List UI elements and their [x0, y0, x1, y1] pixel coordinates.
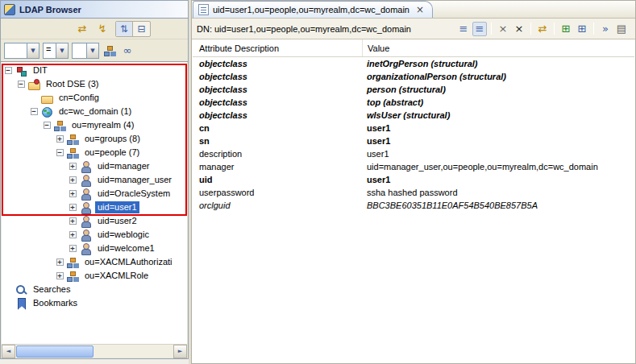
attribute-value: uid=manager_user,ou=people,ou=myrealm,dc…: [362, 162, 634, 172]
attribute-name: objectclass: [193, 110, 362, 120]
expand-icon[interactable]: +: [53, 259, 66, 266]
editor-tab[interactable]: uid=user1,ou=people,ou=myrealm,dc=wc_dom…: [193, 1, 433, 18]
show-searches-button[interactable]: ∞: [120, 43, 135, 58]
attribute-value: organizationalPerson (structural): [362, 72, 634, 81]
chevron-down-icon[interactable]: ▼: [27, 43, 39, 58]
tree-node-dit[interactable]: −DIT: [2, 64, 187, 77]
toolbar-button-group: ⇅ ⊟: [115, 21, 151, 37]
expand-icon[interactable]: +: [66, 190, 79, 197]
attribute-row[interactable]: cnuser1: [193, 122, 634, 134]
tree-node-cn-config[interactable]: cn=Config: [2, 91, 187, 105]
collapse-icon[interactable]: −: [53, 149, 66, 156]
expand-icon[interactable]: +: [66, 217, 79, 225]
tree-node-uid-user2[interactable]: +uid=user2: [2, 214, 187, 228]
tree-node-ou-xacmlrole[interactable]: +ou=XACMLRole: [2, 269, 187, 283]
tree-node-bookmarks[interactable]: Bookmarks: [2, 296, 187, 310]
delete-all-values-icon[interactable]: ×: [512, 22, 526, 36]
expand-icon[interactable]: +: [66, 163, 79, 170]
show-operational-attributes-icon[interactable]: ≡: [472, 22, 487, 36]
attribute-row[interactable]: userpasswordssha hashed password: [193, 186, 634, 199]
view-tab-ldap-browser[interactable]: LDAP Browser: [1, 1, 89, 18]
tree-node-uid-welcome1[interactable]: +uid=welcome1: [2, 242, 187, 255]
attribute-row[interactable]: uiduser1: [193, 173, 634, 186]
tree-node-ou-people-7[interactable]: −ou=people (7): [2, 146, 187, 159]
attribute-value: user1: [362, 149, 634, 159]
ldap-browser-window: LDAP Browser ⇄ ↯ ⇅ ⊟ ▼ = ▼ ▼: [0, 0, 636, 364]
scroll-right-button[interactable]: ►: [173, 345, 187, 358]
attribute-row[interactable]: snuser1: [193, 134, 634, 147]
table-body: objectclassinetOrgPerson (structural)obj…: [193, 57, 634, 212]
bookmark-icon: [15, 297, 27, 310]
tree-node-searches[interactable]: Searches: [2, 283, 187, 296]
link-with-editor-button[interactable]: ⇅: [116, 22, 133, 36]
view-menu-icon[interactable]: ▤: [614, 22, 629, 36]
tree-node-ou-groups-8[interactable]: +ou=groups (8): [2, 132, 187, 146]
toolbar-separator: [554, 23, 555, 35]
expand-icon[interactable]: +: [66, 176, 79, 184]
tree-node-uid-manager[interactable]: +uid=manager: [2, 159, 187, 173]
quick-filter-icon[interactable]: ≡: [456, 22, 471, 36]
new-value-icon[interactable]: ⊞: [559, 22, 573, 36]
refresh-attributes-icon[interactable]: ⇄: [535, 22, 550, 36]
ldap-browser-icon: [4, 4, 15, 15]
expand-icon[interactable]: +: [66, 204, 79, 211]
expand-editor-icon[interactable]: »: [598, 22, 613, 36]
refresh-icon[interactable]: ⇄: [75, 22, 89, 36]
close-icon[interactable]: ×: [414, 4, 424, 15]
tree-node-uid-user1[interactable]: +uid=user1: [2, 201, 187, 214]
tree-node-dc-wc-domain-1[interactable]: −dc=wc_domain (1): [2, 105, 187, 118]
collapse-all-button[interactable]: ⊟: [133, 22, 150, 36]
expand-icon[interactable]: +: [66, 231, 79, 238]
collapse-icon[interactable]: −: [40, 122, 53, 129]
expand-icon[interactable]: +: [53, 135, 66, 143]
attribute-row[interactable]: objectclassorganizationalPerson (structu…: [193, 70, 634, 83]
tree-indent: [2, 146, 53, 159]
orgunit-icon: [66, 133, 79, 146]
search-value-value: [73, 43, 86, 58]
search-attribute-combo[interactable]: ▼: [4, 43, 39, 59]
new-attribute-icon[interactable]: ⊞: [575, 22, 589, 36]
attribute-row[interactable]: objectclasswlsUser (structural): [193, 109, 634, 122]
chevron-down-icon[interactable]: ▼: [86, 43, 98, 58]
tree-node-root-dse-3[interactable]: −Root DSE (3): [2, 77, 187, 91]
scroll-thumb[interactable]: [16, 345, 94, 358]
view-tabbar: LDAP Browser: [1, 1, 188, 19]
attribute-row[interactable]: objectclasstop (abstract): [193, 96, 634, 109]
tree-indent: [2, 118, 40, 132]
search-operator-combo[interactable]: = ▼: [43, 43, 69, 59]
person-icon: [79, 229, 92, 242]
column-header-attribute-description[interactable]: Attribute Description: [193, 43, 362, 53]
folder-icon: [40, 92, 53, 105]
collapse-icon[interactable]: −: [15, 81, 27, 88]
tree-node-ou-xacmlauthorizati[interactable]: +ou=XACMLAuthorizati: [2, 255, 187, 269]
expand-icon[interactable]: +: [66, 245, 79, 252]
attribute-row[interactable]: orclguidBBC3BE60351B11E0AF54B540BE857B5A: [193, 199, 634, 212]
view-title: LDAP Browser: [19, 5, 81, 14]
delete-value-icon[interactable]: ×: [496, 22, 510, 36]
attribute-row[interactable]: objectclassperson (structural): [193, 83, 634, 96]
search-value-combo[interactable]: ▼: [72, 43, 99, 59]
orgunit-icon: [66, 270, 79, 283]
hierarchy-filter-button[interactable]: [102, 43, 117, 58]
attribute-row[interactable]: objectclassinetOrgPerson (structural): [193, 57, 634, 70]
tree-node-label: uid=welcome1: [95, 242, 157, 254]
horizontal-scrollbar[interactable]: ◄ ►: [2, 344, 187, 358]
tree-node-uid-manager-user[interactable]: +uid=manager_user: [2, 173, 187, 187]
tree-node-uid-oraclesystem[interactable]: +uid=OracleSystem: [2, 187, 187, 201]
tree-indent: [2, 187, 66, 201]
search-attribute-value: [5, 43, 27, 58]
collapse-icon[interactable]: −: [2, 67, 15, 74]
expand-icon[interactable]: +: [53, 272, 66, 279]
tree-node-ou-myrealm-4[interactable]: −ou=myrealm (4): [2, 118, 187, 132]
tree-node-label: Searches: [31, 283, 73, 296]
tree-node-uid-weblogic[interactable]: +uid=weblogic: [2, 228, 187, 242]
chevron-down-icon[interactable]: ▼: [56, 43, 68, 58]
scroll-left-button[interactable]: ◄: [2, 345, 15, 358]
scroll-track[interactable]: [94, 345, 173, 358]
attribute-name: uid: [193, 175, 362, 184]
attribute-row[interactable]: manageruid=manager_user,ou=people,ou=myr…: [193, 160, 634, 173]
attribute-row[interactable]: descriptionuser1: [193, 147, 634, 160]
column-header-value[interactable]: Value: [362, 39, 634, 56]
quick-search-icon[interactable]: ↯: [95, 22, 110, 36]
collapse-icon[interactable]: −: [27, 108, 40, 115]
